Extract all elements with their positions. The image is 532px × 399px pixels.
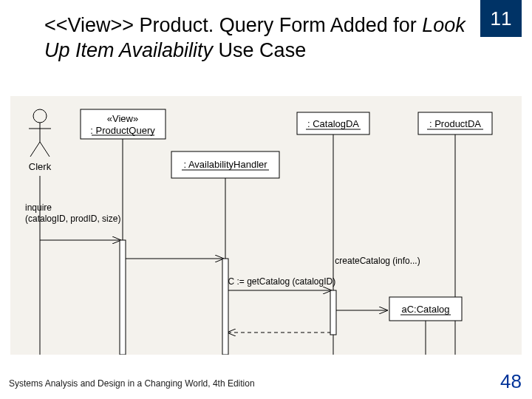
inquire-label-line2: (catalogID, prodID, size) — [25, 214, 120, 224]
catalog-name: aC:Catalog — [401, 304, 449, 315]
handler-name: : AvailabilityHandler — [183, 159, 267, 170]
message-get-catalog: aC := getCatalog (catalogID) — [223, 276, 335, 290]
activation-handler — [222, 259, 228, 355]
inquire-label-line1: inquire — [25, 202, 52, 213]
title-part2: Use Case — [213, 39, 306, 61]
getcatalog-label: aC := getCatalog (catalogID) — [223, 276, 335, 287]
svg-line-3 — [30, 142, 40, 157]
activation-catalogda — [330, 290, 336, 335]
page-number: 48 — [500, 370, 522, 393]
actor-clerk: Clerk — [29, 109, 52, 355]
activation-view — [120, 240, 126, 355]
svg-point-0 — [33, 109, 47, 123]
footer-text: Systems Analysis and Design in a Changin… — [9, 378, 255, 389]
sequence-diagram: Clerk «View» : ProductQuery : Availabili… — [10, 96, 522, 355]
createcatalog-label: createCatalog (info...) — [335, 256, 420, 266]
view-stereotype: «View» — [107, 113, 138, 124]
view-name: : ProductQuery — [90, 125, 155, 136]
slide-title: <<View>> Product. Query Form Added for L… — [44, 13, 466, 64]
lifeline-catalog: aC:Catalog — [389, 297, 462, 355]
svg-line-4 — [40, 142, 50, 157]
actor-label: Clerk — [29, 161, 52, 172]
slide: 11 <<View>> Product. Query Form Added fo… — [0, 0, 532, 399]
title-part1: <<View>> Product. Query Form Added for — [44, 14, 422, 36]
header: <<View>> Product. Query Form Added for L… — [0, 0, 532, 71]
catalogda-name: : CatalogDA — [307, 118, 359, 129]
message-inquire: inquire (catalogID, prodID, size) — [25, 202, 120, 240]
productda-name: : ProductDA — [429, 118, 481, 129]
